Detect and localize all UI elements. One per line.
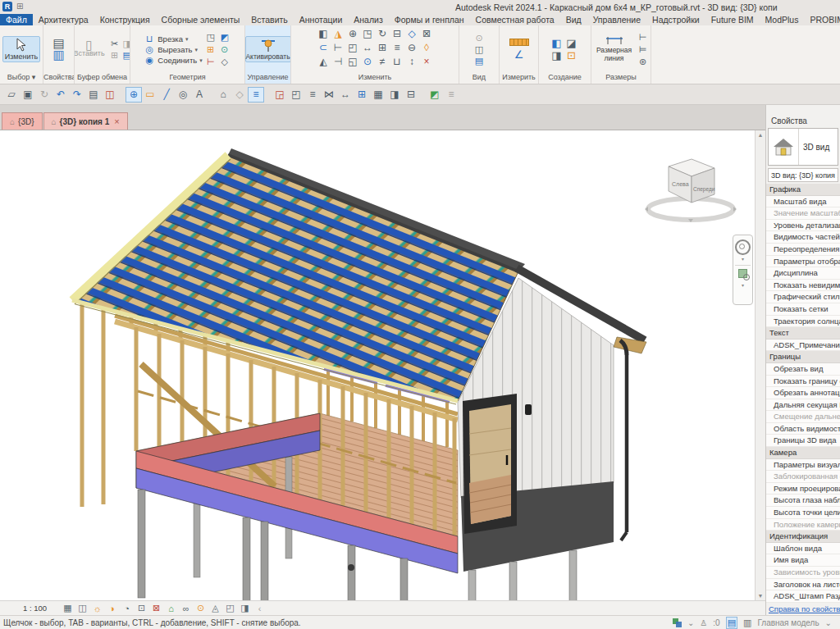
panel-control-label[interactable]: Управление	[245, 73, 290, 84]
create-tool-icon[interactable]: ◪	[566, 38, 578, 48]
view-scale[interactable]: 1 : 100	[23, 604, 47, 613]
close-tab-icon[interactable]: ×	[114, 116, 119, 126]
qat-icon[interactable]: ◇	[231, 87, 248, 103]
qat-icon[interactable]: ↶	[52, 87, 69, 103]
modify-tool-icon[interactable]: ◳	[362, 29, 373, 39]
chevron-icon[interactable]: ⌄	[687, 618, 694, 627]
panel-geometry-label[interactable]: Геометрия	[130, 73, 244, 84]
modify-tool-icon[interactable]: ↕	[406, 57, 418, 67]
qat-icon[interactable]: ⊞	[354, 87, 370, 103]
property-row[interactable]: Траектория солнца	[766, 316, 840, 328]
ribbon-tab[interactable]: Вид	[560, 14, 587, 25]
panel-clipboard-label[interactable]: Буфер обмена	[75, 73, 130, 84]
qat-icon[interactable]	[208, 87, 215, 103]
create-tool-icon[interactable]: ◧	[551, 38, 563, 48]
geometry-icon[interactable]: ⊢	[205, 57, 217, 67]
property-row[interactable]: Область видимости	[766, 423, 840, 435]
property-row[interactable]: Показать сетки	[766, 303, 840, 316]
ribbon-tab[interactable]: Архитектура	[33, 14, 94, 25]
chevron-icon[interactable]: ⌄	[825, 618, 832, 627]
clipboard-icon[interactable]: ✂	[109, 39, 121, 49]
modify-button[interactable]: Изменить	[2, 36, 41, 62]
qat-icon[interactable]: ⋈	[321, 87, 337, 103]
navigation-bar[interactable]: ▾ ▾	[733, 235, 753, 305]
caret-down-icon[interactable]: ▾	[742, 283, 744, 288]
qat-icon[interactable]: ≡	[304, 87, 321, 103]
ribbon-tab[interactable]: Формы и генплан	[389, 14, 470, 25]
qat-icon[interactable]: ▤	[85, 87, 102, 103]
property-row[interactable]: Обрезать аннотаци	[766, 387, 840, 399]
view-control-icon[interactable]: ⌂	[165, 603, 177, 614]
modify-tool-icon[interactable]: ⊣	[332, 57, 344, 67]
property-row[interactable]: Переопределения в	[766, 244, 840, 256]
property-row[interactable]: Параметры визуали	[766, 459, 840, 472]
viewcube[interactable]: Слева Спереди	[644, 155, 738, 233]
geometry-icon[interactable]: ⊙	[219, 44, 231, 55]
property-row[interactable]: ADSK_Примечание к	[766, 340, 840, 352]
view-control-icon[interactable]: ◔	[121, 603, 133, 614]
property-row[interactable]: Высота точки цели	[766, 507, 840, 519]
modify-tool-icon[interactable]: ⊠	[421, 29, 432, 39]
create-tool-icon[interactable]: ◨	[551, 50, 563, 61]
view-control-icon[interactable]: ▦	[62, 603, 74, 614]
property-row[interactable]: Камера	[766, 447, 840, 459]
qat-icon[interactable]: ◎	[175, 87, 191, 103]
modify-tool-icon[interactable]: ≠	[377, 57, 388, 67]
panel-dimensions-label[interactable]: Размеры	[591, 73, 651, 84]
ribbon-tab[interactable]: Сборные элементы	[156, 14, 246, 25]
modify-tool-icon[interactable]: ⊙	[362, 57, 373, 67]
qat-icon[interactable]	[419, 87, 427, 103]
property-row[interactable]: Шаблон вида	[766, 543, 840, 555]
property-row[interactable]: Высота глаза наблю	[766, 495, 840, 507]
ruler-icon[interactable]	[509, 39, 529, 46]
property-row[interactable]: Режим проецирован	[766, 483, 840, 495]
modify-tool-icon[interactable]: ⊔	[391, 57, 403, 67]
property-row[interactable]: ADSK_Штамп Разде	[766, 590, 840, 603]
property-row[interactable]: Обрезать вид	[766, 363, 840, 376]
qat-icon[interactable]: ▦	[370, 87, 386, 103]
app-grid-icon[interactable]: ⊞	[16, 2, 23, 11]
ribbon-tab[interactable]: Конструкция	[94, 14, 156, 25]
modify-tool-icon[interactable]: ◭	[317, 57, 329, 67]
geometry-tool[interactable]: ◉ Соединить ▾	[144, 55, 202, 66]
drawing-area[interactable]: Слева Спереди ▾ ▾ ▲ ▼	[0, 130, 765, 600]
ribbon-tab[interactable]: Анализ	[348, 14, 388, 25]
properties-icon[interactable]: ▥	[53, 50, 65, 61]
qat-icon[interactable]: ◩	[427, 87, 443, 103]
ribbon-tab[interactable]: Совместная работа	[470, 14, 560, 25]
ribbon-tab[interactable]: ModPlus	[760, 14, 805, 25]
ribbon-tab[interactable]: Управление	[587, 14, 646, 25]
view-tool-icon[interactable]: ◫	[473, 44, 485, 55]
view-control-icon[interactable]: ◑	[106, 603, 118, 614]
geometry-icon[interactable]: ⊞	[205, 44, 217, 55]
property-row[interactable]: Заблокированная о	[766, 471, 840, 483]
worksharing-icon[interactable]	[673, 618, 682, 627]
property-row[interactable]: Показать границу о	[766, 376, 840, 388]
modify-tool-icon[interactable]: ◮	[332, 29, 344, 39]
panel-view-label[interactable]: Вид	[459, 73, 499, 84]
scroll-up-icon[interactable]: ▲	[758, 132, 764, 138]
property-row[interactable]: Смещение дальнего	[766, 411, 840, 423]
modify-tool-icon[interactable]: ≡	[391, 43, 403, 53]
property-row[interactable]: Идентификация	[766, 531, 840, 543]
ribbon-tab[interactable]: Файл	[0, 14, 33, 25]
design-options-icon[interactable]: ▤	[726, 617, 737, 629]
create-tool-icon[interactable]: ⊡	[566, 50, 578, 61]
properties-help-link[interactable]: Справка по свойствам	[766, 603, 840, 615]
geometry-icon[interactable]: ◳	[205, 32, 217, 43]
geometry-icon[interactable]: ◇	[219, 57, 231, 67]
modify-tool-icon[interactable]: ×	[421, 57, 432, 67]
view-control-icon[interactable]: ◫	[76, 603, 89, 614]
property-row[interactable]: Зависимость уровн	[766, 567, 840, 579]
type-selector[interactable]: 3D вид	[768, 128, 838, 166]
panel-select-label[interactable]: Выбор ▾	[0, 73, 43, 84]
view-control-icon[interactable]: ⊙	[194, 603, 207, 614]
modify-tool-icon[interactable]: ⊞	[377, 43, 388, 53]
property-row[interactable]: Заголовок на листе	[766, 579, 840, 591]
modify-tool-icon[interactable]: ↔	[362, 43, 373, 53]
exclusion-person-icon[interactable]: ♙	[700, 618, 707, 627]
geometry-icon[interactable]: ◩	[219, 32, 231, 43]
qat-icon[interactable]: ▣	[20, 87, 36, 103]
qat-icon[interactable]	[264, 87, 272, 103]
view-selector[interactable]: 3D вид: {3D} копия 1	[768, 168, 838, 182]
